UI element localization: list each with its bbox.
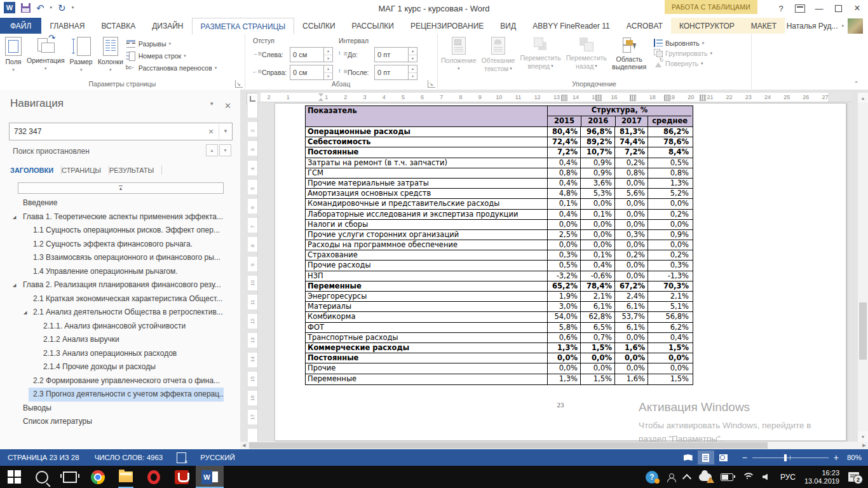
row-label-cell[interactable]: Прочие расходы [306, 261, 547, 270]
language-indicator[interactable]: РУССКИЙ [193, 454, 243, 461]
value-cell-2015[interactable]: 0,8% [547, 168, 580, 178]
value-cell-2015[interactable]: 65,2% [547, 281, 580, 291]
value-cell-avg[interactable]: 1,5% [648, 374, 691, 384]
ribbon-tab[interactable]: МАКЕТ [743, 18, 785, 34]
value-cell-2015[interactable]: 0,4% [547, 158, 580, 168]
table-column-marker[interactable] [561, 95, 567, 101]
taskbar-app-button[interactable]: W [28, 466, 56, 488]
user-account[interactable]: Наталья Руд... ▾ [787, 18, 865, 34]
heading-item[interactable]: Список литературы [0, 415, 239, 429]
value-cell-2016[interactable]: 2,1% [580, 292, 614, 301]
value-cell-avg[interactable]: 0,5% [648, 158, 691, 168]
value-cell-2015[interactable]: 1,9% [547, 292, 580, 301]
group-objects-button[interactable]: Группировать▾ [654, 49, 712, 57]
ribbon-tab[interactable]: РАЗМЕТКА СТРАНИЦЫ [192, 18, 295, 34]
value-cell-avg[interactable]: 56,8% [648, 312, 691, 322]
value-cell-2016[interactable]: 0,0% [580, 363, 614, 373]
scroll-down-icon[interactable]: ▼ [858, 431, 868, 442]
value-cell-2016[interactable]: 0,0% [580, 220, 614, 229]
value-cell-2016[interactable]: 96,8% [580, 127, 614, 137]
row-label-cell[interactable]: Налоги и сборы [306, 220, 547, 229]
value-cell-2017[interactable]: 5,6% [614, 189, 648, 198]
vertical-ruler[interactable]: 234567891011121314151617 [248, 103, 257, 446]
value-cell-avg[interactable]: 78,6% [648, 137, 691, 147]
ribbon-display-icon[interactable] [790, 0, 810, 17]
value-cell-2017[interactable]: 6,1% [614, 323, 648, 332]
send-backward-button[interactable]: Переместить назад▾ [564, 36, 609, 71]
value-cell-avg[interactable]: 70,3% [648, 281, 691, 291]
value-cell-2015[interactable]: 0,3% [547, 250, 580, 260]
value-cell-2015[interactable]: -3,2% [547, 271, 580, 281]
value-cell-2015[interactable]: 80,4% [547, 127, 580, 137]
row-label-cell[interactable]: Прочие материальные затраты [306, 179, 547, 188]
scroll-left-icon[interactable]: ◀ [240, 442, 248, 449]
table-column-marker[interactable] [700, 95, 706, 101]
value-cell-2017[interactable]: 0,0% [614, 333, 648, 342]
scroll-up-icon[interactable]: ▲ [858, 93, 868, 103]
size-button[interactable]: Размер▾ [67, 36, 95, 75]
ribbon-tab[interactable]: РЕЦЕНЗИРОВАНИЕ [402, 18, 492, 34]
horizontal-scroll-thumb[interactable] [249, 442, 768, 449]
value-cell-2017[interactable]: 0,0% [614, 199, 648, 208]
value-cell-2015[interactable]: 0,0% [547, 363, 580, 373]
value-cell-2017[interactable]: 53,7% [614, 312, 648, 322]
value-cell-2015[interactable]: 0,6% [547, 333, 580, 342]
value-cell-avg[interactable]: 0,2% [648, 250, 691, 260]
spacing-after-spinner[interactable]: ▲▼ [408, 65, 417, 79]
margins-button[interactable]: Поля▾ [3, 36, 24, 75]
word-count[interactable]: ЧИСЛО СЛОВ: 4963 [87, 454, 171, 461]
row-label-cell[interactable]: НЗП [306, 271, 547, 281]
heading-item[interactable]: 2.1 Краткая экономическая характеристика… [0, 292, 239, 306]
clock[interactable]: 16:2313.04.2019 [800, 466, 844, 488]
value-cell-2016[interactable]: 5,3% [580, 189, 614, 198]
value-cell-2017[interactable]: 1,6% [614, 343, 648, 353]
navigation-tab[interactable]: СТРАНИЦЫ [62, 166, 109, 174]
heading-item[interactable]: 2.1.3 Анализ операционных расходов [0, 347, 239, 361]
spacing-before-spinner[interactable]: ▲▼ [408, 48, 417, 62]
minimize-icon[interactable]: — [810, 0, 829, 17]
value-cell-2015[interactable]: 1,3% [547, 374, 580, 384]
row-label-cell[interactable]: Амортизация основных средств [306, 189, 547, 198]
value-cell-2015[interactable]: 5,8% [547, 323, 580, 332]
taskbar-app-button[interactable]: W [84, 466, 112, 488]
row-label-cell[interactable]: Прочие [306, 363, 547, 373]
value-cell-2017[interactable]: 0,0% [614, 240, 648, 250]
indent-right-spinner[interactable]: ▲▼ [323, 65, 332, 79]
value-cell-avg[interactable]: 0,0% [648, 353, 691, 363]
web-layout-button[interactable] [715, 451, 732, 464]
value-cell-2015[interactable]: 2,5% [547, 230, 580, 240]
jump-to-top-button[interactable]: ▲ [18, 182, 224, 194]
value-cell-avg[interactable]: 86,2% [648, 127, 691, 137]
help-icon[interactable]: ? [771, 0, 790, 17]
taskbar-app-button[interactable]: W [140, 466, 168, 488]
wrap-text-button[interactable]: Обтекание текстом▾ [479, 36, 518, 74]
value-cell-2017[interactable]: 6,1% [614, 302, 648, 311]
line-numbers-button[interactable]: Номера строк▾ [126, 51, 217, 61]
value-cell-2016[interactable]: 0,1% [580, 210, 614, 219]
row-label-cell[interactable]: Страхование [306, 250, 547, 260]
heading-item[interactable]: Введение [0, 196, 239, 210]
value-cell-2015[interactable]: 7,2% [547, 147, 580, 157]
value-cell-2015[interactable]: 0,4% [547, 210, 580, 219]
battery-icon[interactable] [716, 466, 738, 488]
value-cell-2016[interactable]: 1,5% [580, 343, 614, 353]
value-cell-2016[interactable]: -0,6% [580, 271, 614, 281]
value-cell-2017[interactable]: 2,4% [614, 292, 648, 301]
heading-item[interactable]: 1.1 Сущность операционных рисков. Эффект… [0, 224, 239, 238]
ribbon-tab[interactable]: РАССЫЛКИ [344, 18, 402, 34]
page-indicator[interactable]: СТРАНИЦА 23 ИЗ 28 [0, 454, 87, 461]
value-cell-2017[interactable]: 74,4% [614, 137, 648, 147]
value-cell-2016[interactable]: 89,2% [580, 137, 614, 147]
search-options-icon[interactable]: ▼ [219, 124, 232, 139]
value-cell-2015[interactable]: 0,4% [547, 179, 580, 188]
taskbar-app-button[interactable]: W [168, 466, 196, 488]
heading-item[interactable]: 1.2 Сущность эффекта финансового рычага. [0, 238, 239, 252]
language-switcher[interactable]: РУС [776, 466, 800, 488]
search-input[interactable] [10, 127, 203, 136]
value-cell-2015[interactable]: 0,0% [547, 353, 580, 363]
indent-marker[interactable] [318, 93, 323, 101]
row-label-cell[interactable]: Себестоимость [306, 137, 547, 147]
value-cell-avg[interactable]: 0,2% [648, 210, 691, 219]
value-cell-2016[interactable]: 0,9% [580, 158, 614, 168]
position-button[interactable]: Положение▾ [438, 36, 479, 74]
